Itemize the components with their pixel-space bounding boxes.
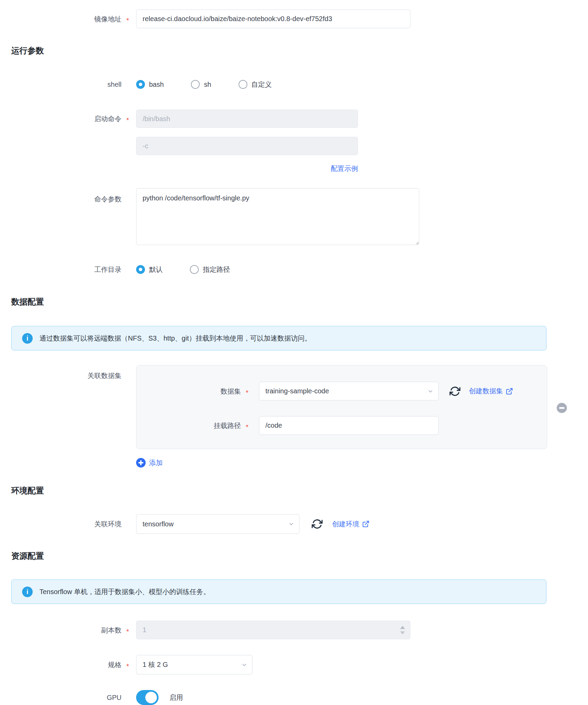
config-example-row: 配置示例 <box>0 163 588 174</box>
start-command-arg-input[interactable] <box>136 137 358 155</box>
add-dataset-link[interactable]: 添加 <box>136 458 163 468</box>
gpu-toggle-label: 启用 <box>169 693 183 702</box>
radio-unselected-icon[interactable] <box>191 80 200 89</box>
spec-select[interactable]: 1 核 2 G <box>136 655 252 674</box>
mount-path-input[interactable] <box>259 416 439 435</box>
dataset-select[interactable]: training-sample-code <box>259 382 439 400</box>
gpu-toggle[interactable] <box>136 690 159 705</box>
shell-option-sh[interactable]: sh <box>191 80 211 89</box>
section-title-resource-config: 资源配置 <box>11 551 44 561</box>
dataset-label: 数据集 * <box>136 387 241 396</box>
resource-config-alert: i Tensorflow 单机，适用于数据集小、模型小的训练任务。 <box>11 579 546 604</box>
gpu-row: GPU 启用 <box>0 690 588 705</box>
command-args-label: 命令参数 <box>0 188 121 204</box>
required-mark: * <box>246 422 248 432</box>
workdir-label: 工作目录 <box>0 265 121 274</box>
image-address-label: 镜像地址 * <box>0 14 121 24</box>
plus-icon[interactable] <box>136 458 146 468</box>
mount-path-label: 挂载路径 * <box>136 421 241 430</box>
stepper-up-icon[interactable] <box>400 626 405 629</box>
spec-label: 规格 * <box>0 660 121 670</box>
job-create-form: 镜像地址 * 运行参数 shell bash sh 自定义 <box>0 0 588 705</box>
radio-unselected-icon[interactable] <box>239 80 247 89</box>
radio-selected-icon[interactable] <box>136 80 145 89</box>
data-config-alert-text: 通过数据集可以将远端数据（NFS、S3、http、git）挂载到本地使用，可以加… <box>39 334 311 343</box>
command-args-textarea[interactable]: python /code/tensorflow/tf-single.py <box>136 188 419 245</box>
env-label: 关联环境 <box>0 519 121 529</box>
env-select[interactable]: tensorflow <box>136 514 299 534</box>
replicas-row: 副本数 * <box>0 621 588 639</box>
shell-label: shell <box>0 80 121 89</box>
required-mark: * <box>126 115 129 125</box>
start-command-row: 启动命令 * <box>0 110 588 128</box>
required-mark: * <box>126 661 129 671</box>
dataset-group-label: 关联数据集 <box>0 365 121 380</box>
remove-dataset-button[interactable] <box>557 403 567 413</box>
refresh-icon[interactable] <box>450 386 460 397</box>
external-link-icon <box>506 388 513 395</box>
workdir-row: 工作目录 默认 指定路径 <box>0 260 588 279</box>
external-link-icon <box>362 520 370 528</box>
info-icon: i <box>22 587 33 597</box>
number-stepper[interactable] <box>400 626 405 634</box>
shell-row: shell bash sh 自定义 <box>0 75 588 94</box>
add-dataset-row: 添加 <box>0 458 588 468</box>
image-address-row: 镜像地址 * <box>0 10 588 28</box>
refresh-icon[interactable] <box>312 519 323 529</box>
command-args-row: 命令参数 python /code/tensorflow/tf-single.p… <box>0 188 588 245</box>
shell-option-custom[interactable]: 自定义 <box>239 80 272 89</box>
gpu-label: GPU <box>0 693 121 702</box>
data-config-alert: i 通过数据集可以将远端数据（NFS、S3、http、git）挂载到本地使用，可… <box>11 326 546 350</box>
chevron-down-icon <box>241 662 247 668</box>
replicas-label: 副本数 * <box>0 625 121 635</box>
required-mark: * <box>246 388 248 397</box>
section-title-data-config: 数据配置 <box>11 296 44 307</box>
start-command-arg-row <box>0 137 588 155</box>
dataset-row: 数据集 * training-sample-code <box>136 382 547 400</box>
shell-option-bash[interactable]: bash <box>136 80 164 89</box>
required-mark: * <box>126 16 129 25</box>
start-command-label: 启动命令 * <box>0 114 121 124</box>
image-address-input[interactable] <box>136 10 410 28</box>
resource-config-alert-text: Tensorflow 单机，适用于数据集小、模型小的训练任务。 <box>39 587 210 596</box>
workdir-option-path[interactable]: 指定路径 <box>190 265 230 274</box>
required-mark: * <box>126 627 129 636</box>
spec-row: 规格 * 1 核 2 G <box>0 655 588 674</box>
chevron-down-icon <box>427 388 434 394</box>
config-example-link[interactable]: 配置示例 <box>331 164 358 173</box>
toggle-knob[interactable] <box>145 692 157 703</box>
create-dataset-link[interactable]: 创建数据集 <box>469 387 513 396</box>
dataset-panel: 数据集 * training-sample-code <box>136 365 547 449</box>
replicas-input[interactable] <box>136 621 410 639</box>
create-env-link[interactable]: 创建环境 <box>332 520 370 529</box>
radio-selected-icon[interactable] <box>136 265 145 274</box>
env-row: 关联环境 tensorflow 创建环境 <box>0 514 588 534</box>
stepper-down-icon[interactable] <box>400 631 405 634</box>
start-command-input[interactable] <box>136 110 358 128</box>
info-icon: i <box>22 333 33 344</box>
section-title-env-config: 环境配置 <box>11 485 44 496</box>
dataset-group-row: 关联数据集 数据集 * training-sample-code <box>0 365 588 449</box>
section-title-run-params: 运行参数 <box>11 45 44 56</box>
radio-unselected-icon[interactable] <box>190 265 199 274</box>
chevron-down-icon <box>288 521 294 527</box>
workdir-option-default[interactable]: 默认 <box>136 265 163 274</box>
mount-path-row: 挂载路径 * <box>136 416 547 435</box>
